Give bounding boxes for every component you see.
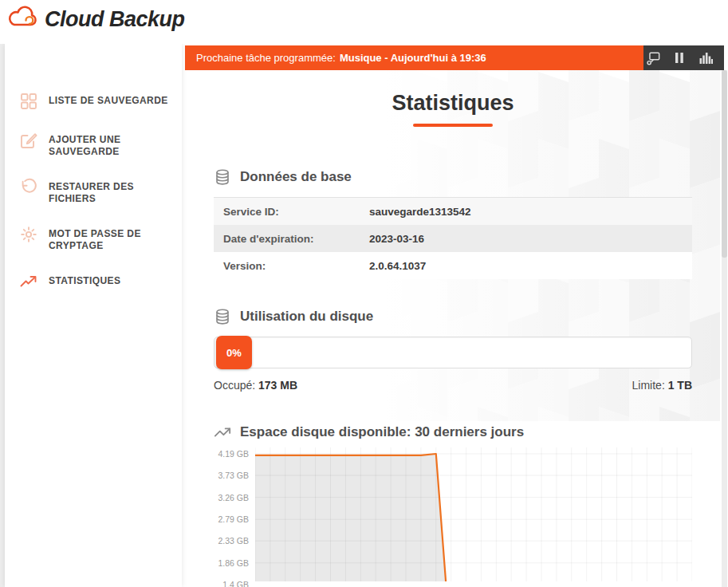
- app-logo: Cloud Backup: [6, 5, 185, 33]
- bar-chart-icon[interactable]: [698, 50, 714, 66]
- sidebar-item-label: MOT DE PASSE DE CRYPTAGE: [49, 227, 141, 252]
- trend-up-icon: [214, 424, 231, 441]
- basic-data-section-header: Données de base: [214, 168, 692, 186]
- sidebar-item-label: STATISTIQUES: [49, 274, 120, 287]
- sidebar-item-grid[interactable]: LISTE DE SAUVEGARDE: [19, 93, 182, 111]
- basic-data-section-title: Données de base: [240, 169, 352, 185]
- chart-y-axis-labels: 4.19 GB3.73 GB3.26 GB2.79 GB2.33 GB1.86 …: [214, 447, 255, 581]
- top-header: Cloud Backup: [0, 0, 728, 44]
- chart-section-header: Espace disque disponible: 30 derniers jo…: [214, 424, 692, 441]
- sidebar-item-label: LISTE DE SAUVEGARDE: [49, 93, 168, 107]
- restore-icon: [19, 178, 38, 197]
- basic-data-table: Service ID:sauvegarde1313542Date d'expir…: [214, 197, 692, 279]
- disk-usage-percent-badge: 0%: [216, 336, 252, 369]
- disk-space-chart: 4.19 GB3.73 GB3.26 GB2.79 GB2.33 GB1.86 …: [214, 447, 692, 581]
- sidebar-item-trend[interactable]: STATISTIQUES: [19, 274, 182, 291]
- sidebar-item-gear[interactable]: MOT DE PASSE DE CRYPTAGE: [19, 227, 182, 252]
- chart-section-title: Espace disque disponible: 30 derniers jo…: [240, 424, 524, 440]
- table-row: Service ID:sauvegarde1313542: [214, 198, 692, 225]
- pause-icon[interactable]: [671, 50, 687, 66]
- main-content: Statistiques Données de base Service ID:…: [185, 70, 722, 587]
- chart-plot-area: [255, 447, 692, 581]
- scrollbar-thumb[interactable]: [722, 70, 727, 258]
- cloud-logo-icon: [6, 5, 40, 33]
- y-axis-tick-label: 1.86 GB: [218, 558, 249, 568]
- y-axis-tick-label: 3.26 GB: [218, 493, 249, 502]
- limit-value: 1 TB: [668, 379, 692, 392]
- trend-icon: [19, 272, 38, 291]
- app-window: Cloud Backup LISTE DE SAUVEGARDEAJOUTER …: [0, 0, 728, 587]
- scheduled-task-text: Prochaine tâche programmée: Musique - Au…: [185, 45, 643, 70]
- row-value: sauvegarde1313542: [369, 206, 471, 218]
- grid-icon: [19, 92, 38, 111]
- occupied-label: Occupé:: [214, 379, 255, 392]
- y-axis-tick-label: 2.79 GB: [218, 514, 249, 524]
- table-row: Date d'expiration:2023-03-16: [214, 225, 692, 252]
- sidebar-item-add-backup[interactable]: AJOUTER UNE SAUVEGARDE: [19, 132, 182, 158]
- row-value: 2.0.64.1037: [369, 260, 426, 272]
- scheduled-task-name: Musique - Aujourd'hui à 19:36: [340, 52, 486, 64]
- row-value: 2023-03-16: [369, 233, 424, 245]
- banner-toolbar: [643, 45, 724, 70]
- sidebar-item-label: RESTAURER DES FICHIERS: [49, 179, 182, 205]
- title-underline: [413, 124, 493, 127]
- occupied-value: 173 MB: [258, 379, 297, 392]
- row-label: Service ID:: [223, 206, 369, 218]
- row-label: Date d'expiration:: [223, 233, 369, 245]
- disk-usage-progress-bar: 0%: [214, 337, 692, 368]
- row-label: Version:: [223, 260, 369, 272]
- table-row: Version:2.0.64.1037: [214, 252, 692, 279]
- sidebar-nav: LISTE DE SAUVEGARDEAJOUTER UNE SAUVEGARD…: [5, 44, 182, 291]
- app-logo-text: Cloud Backup: [45, 7, 185, 32]
- y-axis-tick-label: 2.33 GB: [218, 536, 249, 546]
- disk-usage-section-title: Utilisation du disque: [240, 309, 373, 325]
- database-icon: [214, 308, 231, 325]
- database-icon: [214, 168, 231, 186]
- y-axis-tick-label: 1.4 GB: [222, 580, 249, 587]
- occupied-text: Occupé: 173 MB: [214, 379, 297, 392]
- sidebar: LISTE DE SAUVEGARDEAJOUTER UNE SAUVEGARD…: [5, 44, 182, 587]
- y-axis-tick-label: 3.73 GB: [218, 471, 249, 480]
- disk-usage-section-header: Utilisation du disque: [214, 308, 692, 325]
- limit-label: Limite:: [632, 379, 665, 392]
- scheduled-task-prefix: Prochaine tâche programmée:: [196, 52, 336, 64]
- sidebar-item-label: AJOUTER UNE SAUVEGARDE: [49, 132, 120, 158]
- disk-usage-summary: Occupé: 173 MB Limite: 1 TB: [214, 379, 692, 392]
- page-title: Statistiques: [214, 91, 692, 116]
- add-backup-icon: [19, 131, 38, 150]
- vertical-scrollbar[interactable]: [722, 70, 727, 587]
- limit-text: Limite: 1 TB: [632, 379, 692, 392]
- remote-session-icon[interactable]: [645, 50, 661, 66]
- sidebar-item-restore[interactable]: RESTAURER DES FICHIERS: [19, 179, 182, 205]
- scheduled-task-banner: Prochaine tâche programmée: Musique - Au…: [185, 45, 724, 70]
- y-axis-tick-label: 4.19 GB: [218, 449, 249, 459]
- gear-icon: [19, 225, 38, 244]
